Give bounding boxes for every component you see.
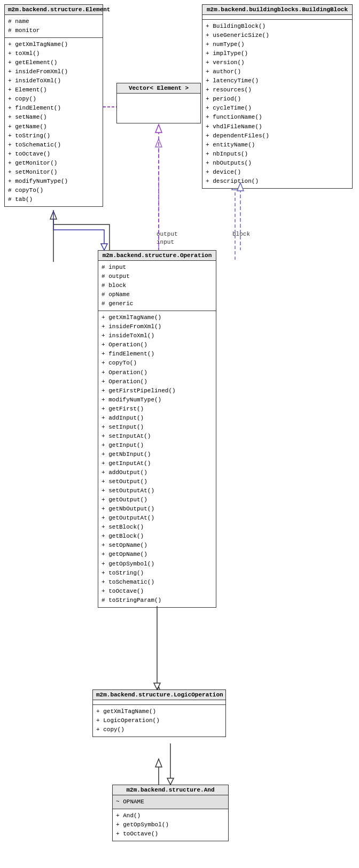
logicoperation-empty [93,700,225,705]
vector-body [117,94,200,123]
diagram-container: m2m.backend.structure.Element # name # m… [0,0,359,868]
element-title: m2m.backend.structure.Element [5,5,103,15]
vector-class-box: Vector< Element > [116,83,201,123]
operation-methods: + getXmlTagName() + insideFromXml() + in… [98,311,216,607]
svg-marker-10 [155,759,162,767]
logicoperation-title: m2m.backend.structure.LogicOperation [93,690,225,700]
input-label: input [157,239,174,245]
buildingblock-class-box: m2m.backend.buildingblocks.BuildingBlock… [202,4,353,189]
operation-attributes: # input # output # block # opName # gene… [98,261,216,311]
svg-marker-13 [154,683,160,689]
svg-marker-15 [167,778,174,785]
svg-marker-3 [155,139,162,147]
output-label: output [157,231,178,237]
element-attributes: # name # monitor [5,15,103,38]
svg-marker-11 [101,244,107,250]
and-methods: + And() + getOpSymbol() + toOctave() [113,809,228,841]
buildingblock-methods: + BuildingBlock() + useGenericSize() + n… [202,20,352,188]
operation-class-box: m2m.backend.structure.Operation # input … [98,250,216,608]
svg-marker-17 [155,125,162,133]
element-methods: + getXmlTagName() + toXml() + getElement… [5,38,103,206]
and-title: m2m.backend.structure.And [113,785,228,795]
svg-marker-1 [50,211,57,219]
element-class-box: m2m.backend.structure.Element # name # m… [4,4,103,207]
block-label: block [232,231,250,237]
and-class-box: m2m.backend.structure.And ~ OPNAME + And… [112,785,229,841]
and-attributes: ~ OPNAME [113,795,228,809]
operation-title: m2m.backend.structure.Operation [98,251,216,261]
logicoperation-methods: + getXmlTagName() + LogicOperation() + c… [93,705,225,737]
buildingblock-empty [202,15,352,20]
logicoperation-class-box: m2m.backend.structure.LogicOperation + g… [92,689,226,737]
buildingblock-title: m2m.backend.buildingblocks.BuildingBlock [202,5,352,15]
vector-title: Vector< Element > [117,83,200,94]
